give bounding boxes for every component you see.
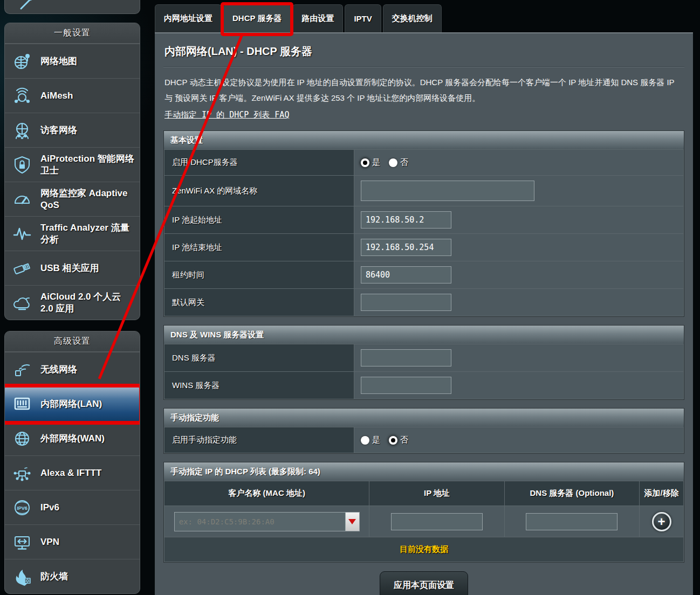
cloud-icon bbox=[10, 293, 34, 313]
pool-end-input[interactable] bbox=[361, 239, 451, 256]
sidebar-advanced-header: 高级设置 bbox=[5, 331, 140, 352]
dhcp-enable-no-radio[interactable] bbox=[389, 158, 397, 167]
tab-switch-control[interactable]: 交换机控制 bbox=[383, 4, 442, 32]
sidebar-item-aiprotection[interactable]: AiProtection 智能网络卫士 bbox=[5, 147, 140, 182]
sidebar-item-alexa-ifttt[interactable]: Alexa & IFTTT bbox=[5, 455, 140, 490]
table-empty-row: 目前没有数据 bbox=[164, 537, 684, 562]
table-row: DNS 服务器 bbox=[164, 344, 684, 372]
combobox-dropdown-button[interactable] bbox=[345, 513, 359, 531]
dns-server-input[interactable] bbox=[361, 349, 451, 366]
sidebar-item-label: 无线网络 bbox=[40, 364, 77, 375]
field-label: 启用手动指定功能 bbox=[164, 427, 354, 453]
tab-dhcp-server[interactable]: DHCP 服务器 bbox=[223, 4, 291, 32]
default-gateway-input[interactable] bbox=[361, 294, 451, 311]
sidebar-item-ipv6[interactable]: IPV6 IPv6 bbox=[5, 490, 140, 524]
manual-dns-input[interactable] bbox=[526, 513, 617, 530]
manual-ip-input[interactable] bbox=[391, 513, 483, 530]
dhcp-enable-yes-radio[interactable] bbox=[361, 158, 369, 167]
radio-label: 是 bbox=[372, 157, 380, 168]
tab-lan-ip[interactable]: 内网地址设置 bbox=[155, 4, 222, 32]
radio-label: 否 bbox=[400, 435, 408, 445]
sidebar-item-label: IPv6 bbox=[40, 502, 59, 513]
tab-iptv[interactable]: IPTV bbox=[345, 4, 381, 32]
sidebar-section-general: 一般设置 网络地图 AiMesh bbox=[4, 23, 140, 320]
sidebar-item-label: AiMesh bbox=[40, 90, 73, 101]
sidebar-item-wireless[interactable]: 无线网络 bbox=[5, 352, 140, 386]
alexa-ifttt-icon bbox=[10, 463, 34, 483]
field-label: DNS 服务器 bbox=[164, 344, 354, 372]
field-label: IP 池起始地址 bbox=[164, 206, 354, 234]
field-label: 默认网关 bbox=[164, 289, 354, 316]
domain-name-input[interactable] bbox=[361, 181, 534, 201]
table-row: ZenWiFi AX 的网域名称 bbox=[164, 176, 684, 206]
title-divider bbox=[163, 66, 684, 67]
manual-enable-yes-radio[interactable] bbox=[361, 436, 369, 445]
sidebar-item-label: AiProtection 智能网络卫士 bbox=[40, 153, 135, 176]
table-row: 默认网关 bbox=[164, 289, 684, 316]
sidebar-item-vpn[interactable]: VPN bbox=[5, 524, 140, 559]
dhcp-faq-link[interactable]: 手动指定 IP 的 DHCP 列表 FAQ bbox=[164, 110, 289, 120]
sidebar-item-label: VPN bbox=[40, 536, 59, 548]
usb-icon bbox=[10, 258, 34, 279]
section-manual-header: 手动指定功能 bbox=[164, 409, 684, 427]
page-description: DHCP 动态主机设定协议是为使用在 IP 地址的自动设置所制定的协议。DHCP… bbox=[163, 73, 684, 107]
sidebar-item-label: Traffic Analyzer 流量分析 bbox=[40, 222, 135, 245]
column-header-dns: DNS 服务器 (Optional) bbox=[504, 481, 639, 506]
main-content: 内网地址设置 DHCP 服务器 路由设置 IPTV 交换机控制 内部网络(LAN… bbox=[155, 0, 693, 595]
ipv6-icon: IPV6 bbox=[10, 497, 34, 518]
sidebar-general-header: 一般设置 bbox=[5, 23, 140, 44]
sidebar-item-firewall[interactable]: 防火墙 bbox=[5, 559, 140, 593]
column-header-add-remove: 添加/移除 bbox=[640, 481, 684, 506]
lease-time-input[interactable] bbox=[361, 266, 451, 283]
gauge-icon bbox=[10, 189, 34, 210]
table-header-row: 客户名称 (MAC 地址) IP 地址 DNS 服务器 (Optional) 添… bbox=[164, 481, 684, 506]
no-data-message: 目前没有数据 bbox=[164, 537, 684, 562]
apply-button[interactable]: 应用本页面设置 bbox=[380, 571, 468, 595]
table-row: IP 池结束地址 bbox=[164, 234, 684, 261]
table-row: 租约时间 bbox=[164, 261, 684, 289]
client-mac-combobox[interactable]: ex: 04:D2:C5:9B:26:A0 bbox=[174, 512, 360, 531]
radio-label: 否 bbox=[400, 157, 408, 168]
wins-server-input[interactable] bbox=[361, 377, 451, 394]
sidebar-item-traffic-analyzer[interactable]: Traffic Analyzer 流量分析 bbox=[5, 216, 140, 251]
sidebar-item-guest-network[interactable]: 访客网络 bbox=[5, 113, 140, 147]
sidebar-item-label: 外部网络(WAN) bbox=[40, 433, 105, 444]
sidebar-item-aimesh[interactable]: AiMesh bbox=[5, 78, 140, 113]
manual-enable-radio-group: 是 否 bbox=[361, 435, 677, 445]
section-dhcp-list-header: 手动指定 IP 的 DHCP 列表 (最多限制: 64) bbox=[164, 462, 684, 481]
tab-bar: 内网地址设置 DHCP 服务器 路由设置 IPTV 交换机控制 bbox=[155, 0, 693, 32]
aimesh-icon bbox=[10, 86, 34, 106]
sidebar-partial-top-item[interactable] bbox=[4, 0, 140, 14]
field-label: IP 池结束地址 bbox=[164, 234, 354, 261]
svg-text:IPV6: IPV6 bbox=[17, 506, 28, 511]
table-row: 启用 DHCP服务器 是 否 bbox=[164, 150, 684, 176]
add-entry-button[interactable]: + bbox=[652, 512, 671, 531]
sidebar-item-label: 网络地图 bbox=[40, 56, 77, 67]
waveform-icon bbox=[10, 224, 34, 244]
wireless-icon bbox=[10, 359, 34, 380]
network-map-icon bbox=[10, 51, 34, 72]
page-title: 内部网络(LAN) - DHCP 服务器 bbox=[163, 40, 684, 66]
section-dns-header: DNS 及 WINS 服务器设置 bbox=[164, 326, 684, 344]
sidebar-item-wan[interactable]: 外部网络(WAN) bbox=[5, 421, 140, 455]
radio-label: 是 bbox=[372, 435, 380, 445]
sidebar-item-usb[interactable]: USB 相关应用 bbox=[5, 251, 140, 285]
sidebar-item-aicloud[interactable]: AiCloud 2.0 个人云 2.0 应用 bbox=[5, 285, 140, 320]
field-label: 租约时间 bbox=[164, 261, 354, 289]
tab-route[interactable]: 路由设置 bbox=[292, 4, 343, 32]
plus-icon: + bbox=[658, 515, 665, 528]
sidebar-section-advanced: 高级设置 无线网络 内部网络(LAN) bbox=[4, 331, 140, 594]
vpn-icon bbox=[10, 532, 34, 552]
section-basic-config: 基本设置 启用 DHCP服务器 是 否 bbox=[163, 130, 684, 317]
sidebar-item-label: Alexa & IFTTT bbox=[40, 467, 101, 479]
sidebar-item-lan[interactable]: 内部网络(LAN) bbox=[5, 386, 140, 421]
sidebar-item-adaptive-qos[interactable]: 网络监控家 Adaptive QoS bbox=[5, 182, 140, 216]
table-row: IP 池起始地址 bbox=[164, 206, 684, 234]
manual-enable-no-radio[interactable] bbox=[389, 436, 397, 445]
sidebar-item-network-map[interactable]: 网络地图 bbox=[5, 44, 140, 78]
field-label: 启用 DHCP服务器 bbox=[164, 150, 354, 176]
pool-start-input[interactable] bbox=[361, 211, 451, 229]
table-row: WINS 服务器 bbox=[164, 372, 684, 399]
lan-port-icon bbox=[10, 394, 34, 414]
column-header-mac: 客户名称 (MAC 地址) bbox=[164, 481, 369, 506]
